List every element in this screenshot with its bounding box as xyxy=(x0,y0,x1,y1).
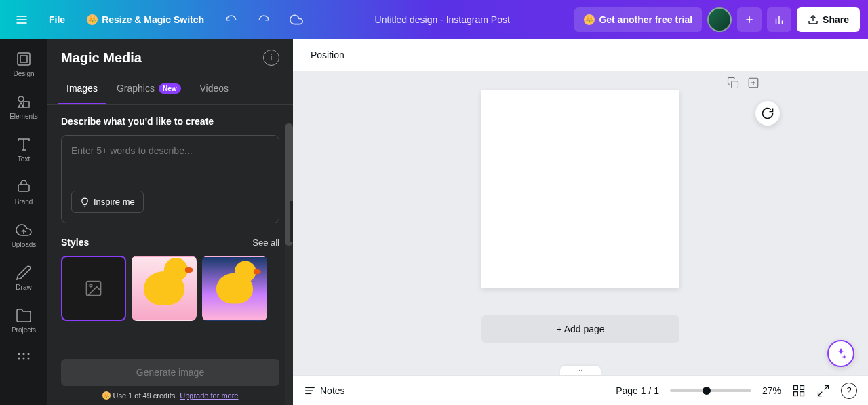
svg-rect-15 xyxy=(18,185,29,191)
panel-title: Magic Media xyxy=(61,50,142,66)
svg-rect-10 xyxy=(20,56,27,62)
undo-icon xyxy=(225,14,237,26)
trial-label: Get another free trial xyxy=(599,14,692,25)
tab-graphics[interactable]: Graphics New xyxy=(108,73,189,104)
new-badge: New xyxy=(159,83,181,94)
tab-label: Graphics xyxy=(117,83,155,94)
ai-regenerate-button[interactable] xyxy=(755,101,780,126)
svg-point-23 xyxy=(90,284,92,287)
nav-brand[interactable]: Brand xyxy=(3,174,44,211)
duplicate-page-icon[interactable] xyxy=(727,77,739,89)
svg-point-18 xyxy=(28,358,30,360)
nav-label: Draw xyxy=(16,284,31,291)
nav-projects[interactable]: Projects xyxy=(3,302,44,339)
menu-button[interactable] xyxy=(8,6,35,33)
nav-elements[interactable]: Elements xyxy=(3,88,44,126)
more-icon xyxy=(16,350,32,366)
analytics-button[interactable] xyxy=(767,7,791,32)
uploads-icon xyxy=(16,222,32,238)
plus-icon xyxy=(744,14,755,25)
page-indicator: Page 1 / 1 xyxy=(616,385,659,396)
describe-label: Describe what you'd like to create xyxy=(61,116,279,127)
svg-rect-31 xyxy=(794,385,798,389)
canvas-center: + Add page xyxy=(293,71,868,375)
zoom-thumb[interactable] xyxy=(703,387,711,395)
pages-drawer-toggle[interactable] xyxy=(560,366,601,375)
fullscreen-button[interactable] xyxy=(816,384,830,398)
panel-tabs: Images Graphics New Videos xyxy=(47,73,293,105)
tab-videos[interactable]: Videos xyxy=(192,73,237,104)
upgrade-link[interactable]: Upgrade for more xyxy=(180,391,238,400)
document-title[interactable]: Untitled design - Instagram Post xyxy=(315,14,569,25)
nav-label: Projects xyxy=(12,326,36,334)
nav-text[interactable]: Text xyxy=(3,131,44,168)
credits-info: 👑 Use 1 of 49 credits. Upgrade for more xyxy=(47,391,293,405)
credits-text: Use 1 of 49 credits. xyxy=(113,391,178,400)
svg-point-17 xyxy=(23,358,25,360)
share-button[interactable]: Share xyxy=(797,7,860,32)
nav-more[interactable] xyxy=(3,345,44,372)
draw-icon xyxy=(16,265,32,281)
panel-header: Magic Media i xyxy=(47,39,293,73)
prompt-input[interactable]: Enter 5+ words to describe... Inspire me xyxy=(61,135,279,223)
magic-media-panel: Magic Media i Images Graphics New Videos… xyxy=(47,39,293,405)
generate-image-button[interactable]: Generate image xyxy=(61,359,279,386)
prompt-placeholder: Enter 5+ words to describe... xyxy=(71,145,269,191)
elements-icon xyxy=(16,94,32,110)
nav-label: Uploads xyxy=(12,241,37,248)
position-button[interactable]: Position xyxy=(304,45,351,64)
share-label: Share xyxy=(823,14,849,25)
nav-label: Brand xyxy=(15,198,33,206)
nav-uploads[interactable]: Uploads xyxy=(3,216,44,254)
help-button[interactable]: ? xyxy=(841,383,857,399)
redo-icon xyxy=(258,14,270,26)
projects-icon xyxy=(16,307,32,324)
redo-button[interactable] xyxy=(250,6,277,33)
canvas-page[interactable] xyxy=(481,90,679,288)
see-all-button[interactable]: See all xyxy=(252,237,279,248)
lightbulb-icon xyxy=(80,197,90,207)
panel-scrollbar[interactable] xyxy=(285,123,293,405)
zoom-level[interactable]: 27% xyxy=(762,385,781,396)
canvas-area: Position + Add page Notes Pa xyxy=(293,39,868,405)
top-bar: File 👑 Resize & Magic Switch Untitled de… xyxy=(0,0,868,39)
nav-label: Elements xyxy=(9,113,38,120)
file-menu-button[interactable]: File xyxy=(41,9,73,31)
undo-button[interactable] xyxy=(218,6,245,33)
add-page-button[interactable]: + Add page xyxy=(481,315,679,343)
grid-view-button[interactable] xyxy=(792,384,806,398)
svg-point-19 xyxy=(18,353,20,355)
style-watercolor[interactable] xyxy=(132,256,197,321)
svg-point-21 xyxy=(28,353,30,355)
sparkle-icon xyxy=(834,347,848,360)
resize-magic-switch-button[interactable]: 👑 Resize & Magic Switch xyxy=(79,9,212,31)
inspire-me-button[interactable]: Inspire me xyxy=(71,191,144,213)
style-dreamy[interactable] xyxy=(202,256,267,321)
add-page-icon[interactable] xyxy=(747,77,760,89)
tab-images[interactable]: Images xyxy=(58,73,106,104)
inspire-label: Inspire me xyxy=(94,197,135,207)
resize-label: Resize & Magic Switch xyxy=(102,14,204,25)
zoom-slider[interactable] xyxy=(670,389,751,392)
sparkle-refresh-icon xyxy=(761,107,774,120)
user-avatar[interactable] xyxy=(707,7,732,32)
cloud-sync-button[interactable] xyxy=(283,6,310,33)
svg-rect-32 xyxy=(800,385,804,389)
notes-button[interactable]: Notes xyxy=(304,385,345,397)
style-none[interactable] xyxy=(61,256,126,321)
add-collaborator-button[interactable] xyxy=(737,7,762,32)
nav-rail: Design Elements Text Brand Uploads Draw … xyxy=(0,39,47,405)
main-layout: Design Elements Text Brand Uploads Draw … xyxy=(0,39,868,405)
info-button[interactable]: i xyxy=(263,50,279,66)
magic-assistant-button[interactable] xyxy=(827,340,854,367)
duck-illustration xyxy=(216,273,253,304)
nav-draw[interactable]: Draw xyxy=(3,259,44,296)
cloud-icon xyxy=(290,13,303,26)
nav-design[interactable]: Design xyxy=(3,45,44,83)
trial-button[interactable]: 👑 Get another free trial xyxy=(574,7,702,32)
nav-label: Text xyxy=(18,155,30,163)
brand-icon xyxy=(16,179,32,195)
panel-body: Describe what you'd like to create Enter… xyxy=(47,105,293,359)
svg-rect-33 xyxy=(800,391,804,396)
svg-line-35 xyxy=(825,385,829,389)
